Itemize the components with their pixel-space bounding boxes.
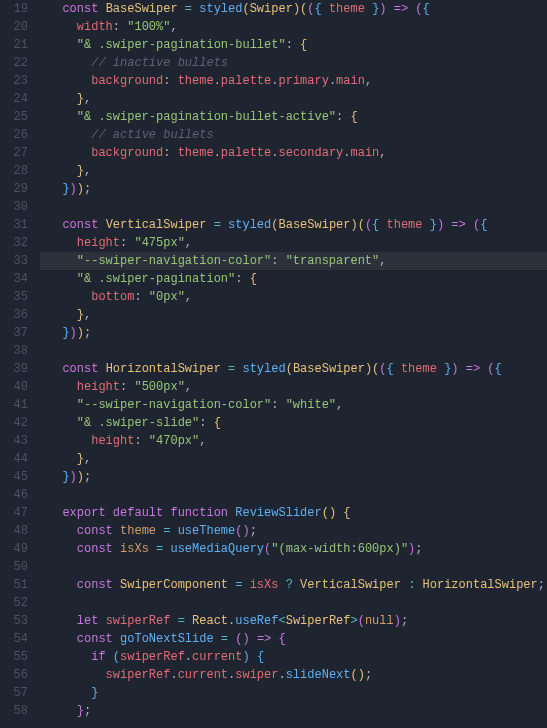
code-line[interactable] — [40, 594, 547, 612]
code-line[interactable]: "--swiper-navigation-color": "white", — [40, 396, 547, 414]
code-line[interactable]: })); — [40, 180, 547, 198]
line-number: 31 — [0, 216, 28, 234]
line-number: 40 — [0, 378, 28, 396]
code-line[interactable]: height: "475px", — [40, 234, 547, 252]
code-line[interactable]: "& .swiper-pagination-bullet-active": { — [40, 108, 547, 126]
line-number: 24 — [0, 90, 28, 108]
code-line[interactable] — [40, 558, 547, 576]
code-line[interactable]: }, — [40, 162, 547, 180]
code-line[interactable]: const VerticalSwiper = styled(BaseSwiper… — [40, 216, 547, 234]
code-line[interactable]: }, — [40, 450, 547, 468]
line-number: 22 — [0, 54, 28, 72]
line-number: 44 — [0, 450, 28, 468]
line-number: 48 — [0, 522, 28, 540]
code-line[interactable] — [40, 342, 547, 360]
code-line[interactable]: })); — [40, 468, 547, 486]
code-line[interactable] — [40, 486, 547, 504]
line-number: 54 — [0, 630, 28, 648]
code-line[interactable]: width: "100%", — [40, 18, 547, 36]
code-line[interactable]: const goToNextSlide = () => { — [40, 630, 547, 648]
line-number: 32 — [0, 234, 28, 252]
line-number: 21 — [0, 36, 28, 54]
line-number: 42 — [0, 414, 28, 432]
code-line[interactable]: const SwiperComponent = isXs ? VerticalS… — [40, 576, 547, 594]
line-number-gutter: 1920212223242526272829303132333435363738… — [0, 0, 40, 728]
line-number: 34 — [0, 270, 28, 288]
line-number: 25 — [0, 108, 28, 126]
code-content[interactable]: const BaseSwiper = styled(Swiper)(({ the… — [40, 0, 547, 728]
code-line[interactable]: })); — [40, 324, 547, 342]
line-number: 58 — [0, 702, 28, 720]
code-line[interactable]: const isXs = useMediaQuery("(max-width:6… — [40, 540, 547, 558]
code-line[interactable]: background: theme.palette.secondary.main… — [40, 144, 547, 162]
line-number: 27 — [0, 144, 28, 162]
code-line[interactable]: if (swiperRef.current) { — [40, 648, 547, 666]
line-number: 37 — [0, 324, 28, 342]
line-number: 52 — [0, 594, 28, 612]
code-line[interactable]: "& .swiper-slide": { — [40, 414, 547, 432]
line-number: 56 — [0, 666, 28, 684]
line-number: 46 — [0, 486, 28, 504]
line-number: 19 — [0, 0, 28, 18]
code-line[interactable]: }, — [40, 306, 547, 324]
line-number: 49 — [0, 540, 28, 558]
line-number: 29 — [0, 180, 28, 198]
code-line[interactable]: } — [40, 684, 547, 702]
line-number: 23 — [0, 72, 28, 90]
line-number: 53 — [0, 612, 28, 630]
code-line[interactable]: }, — [40, 90, 547, 108]
line-number: 50 — [0, 558, 28, 576]
code-line[interactable]: height: "500px", — [40, 378, 547, 396]
line-number: 51 — [0, 576, 28, 594]
line-number: 35 — [0, 288, 28, 306]
line-number: 57 — [0, 684, 28, 702]
line-number: 41 — [0, 396, 28, 414]
code-line[interactable]: "--swiper-navigation-color": "transparen… — [40, 252, 547, 270]
line-number: 47 — [0, 504, 28, 522]
code-line[interactable]: bottom: "0px", — [40, 288, 547, 306]
line-number: 45 — [0, 468, 28, 486]
code-line[interactable]: height: "470px", — [40, 432, 547, 450]
code-line[interactable]: "& .swiper-pagination": { — [40, 270, 547, 288]
line-number: 26 — [0, 126, 28, 144]
code-editor[interactable]: 1920212223242526272829303132333435363738… — [0, 0, 547, 728]
line-number: 39 — [0, 360, 28, 378]
code-line[interactable]: // active bullets — [40, 126, 547, 144]
line-number: 30 — [0, 198, 28, 216]
code-line[interactable]: export default function ReviewSlider() { — [40, 504, 547, 522]
line-number: 20 — [0, 18, 28, 36]
code-line[interactable]: const BaseSwiper = styled(Swiper)(({ the… — [40, 0, 547, 18]
line-number: 55 — [0, 648, 28, 666]
line-number: 38 — [0, 342, 28, 360]
code-line[interactable]: "& .swiper-pagination-bullet": { — [40, 36, 547, 54]
code-line[interactable]: }; — [40, 702, 547, 720]
line-number: 43 — [0, 432, 28, 450]
code-line[interactable]: const HorizontalSwiper = styled(BaseSwip… — [40, 360, 547, 378]
code-line[interactable]: // inactive bullets — [40, 54, 547, 72]
code-line[interactable] — [40, 198, 547, 216]
code-line[interactable]: swiperRef.current.swiper.slideNext(); — [40, 666, 547, 684]
line-number: 28 — [0, 162, 28, 180]
line-number: 33 — [0, 252, 28, 270]
line-number: 36 — [0, 306, 28, 324]
code-line[interactable]: background: theme.palette.primary.main, — [40, 72, 547, 90]
code-line[interactable]: let swiperRef = React.useRef<SwiperRef>(… — [40, 612, 547, 630]
code-line[interactable]: const theme = useTheme(); — [40, 522, 547, 540]
